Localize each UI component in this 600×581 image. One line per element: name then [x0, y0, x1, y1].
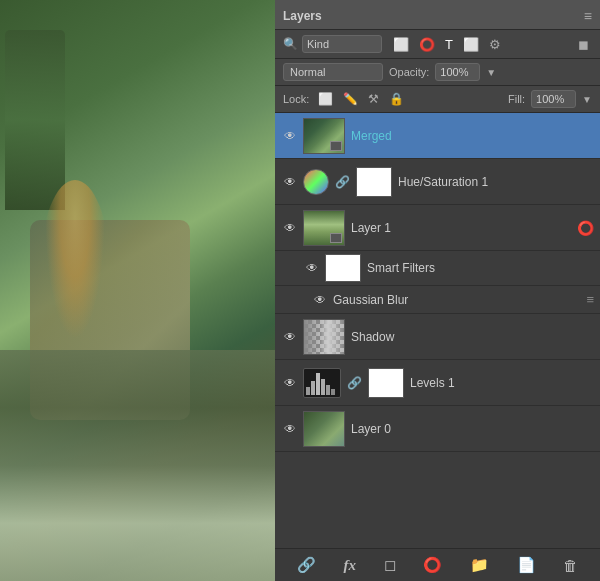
visibility-levels[interactable]: 👁: [281, 376, 299, 390]
smart-filters-label: Smart Filters: [367, 261, 594, 275]
lock-transparent-icon[interactable]: ⬜: [315, 91, 336, 107]
visibility-shadow[interactable]: 👁: [281, 330, 299, 344]
thumbnail-layer1: [303, 210, 345, 246]
opacity-label: Opacity:: [389, 66, 429, 78]
levels-adj-icon: [303, 368, 341, 398]
layer-item-levels[interactable]: 👁 🔗 Levels 1: [275, 360, 600, 406]
panel-menu-icon[interactable]: ≡: [584, 8, 592, 24]
mask-hue-sat: [356, 167, 392, 197]
layer-name-levels: Levels 1: [410, 376, 594, 390]
link-icon-hue-sat: 🔗: [335, 175, 350, 189]
layer-item-shadow[interactable]: 👁 Shadow: [275, 314, 600, 360]
hue-sat-adj-icon: [303, 169, 329, 195]
visibility-layer1[interactable]: 👁: [281, 221, 299, 235]
new-layer-button[interactable]: 📄: [512, 554, 541, 576]
layer-item-layer1[interactable]: 👁 Layer 1 ⭕: [275, 205, 600, 251]
opacity-arrow-icon: ▼: [486, 67, 496, 78]
smart-object-icon: ⭕: [577, 220, 594, 236]
visibility-smart-filters[interactable]: 👁: [303, 261, 321, 275]
adjustment-button[interactable]: ⭕: [418, 554, 447, 576]
blend-bar: Normal Opacity: ▼: [275, 59, 600, 86]
visibility-hue-sat[interactable]: 👁: [281, 175, 299, 189]
layer-name-hue-sat: Hue/Saturation 1: [398, 175, 594, 189]
search-icon: 🔍: [283, 37, 298, 51]
opacity-input[interactable]: [435, 63, 480, 81]
filter-pixel-icon[interactable]: ⬜: [390, 36, 412, 53]
layer-name-shadow: Shadow: [351, 330, 594, 344]
layer-name-layer0: Layer 0: [351, 422, 594, 436]
lock-image-icon[interactable]: ✏️: [340, 91, 361, 107]
filter-toggle-icon[interactable]: ◼: [575, 36, 592, 53]
kind-filter-select[interactable]: Kind: [302, 35, 382, 53]
filter-adjust-icon[interactable]: ⭕: [416, 36, 438, 53]
gaussian-blur-label: Gaussian Blur: [333, 293, 586, 307]
add-mask-button[interactable]: ◻: [379, 554, 401, 576]
panel-footer: 🔗 fx ◻ ⭕ 📁 📄 🗑: [275, 548, 600, 581]
smart-filter-thumb: [325, 254, 361, 282]
lock-all-icon[interactable]: 🔒: [386, 91, 407, 107]
fill-arrow-icon: ▼: [582, 94, 592, 105]
layer-item-layer0[interactable]: 👁 Layer 0: [275, 406, 600, 452]
gaussian-blur-options-icon[interactable]: ≡: [586, 292, 594, 307]
layer-item-hue-sat[interactable]: 👁 🔗 Hue/Saturation 1: [275, 159, 600, 205]
delete-layer-button[interactable]: 🗑: [558, 555, 583, 576]
lock-label: Lock:: [283, 93, 309, 105]
filter-bar: 🔍 Kind ⬜ ⭕ T ⬜ ⚙ ◼: [275, 30, 600, 59]
new-group-button[interactable]: 📁: [465, 554, 494, 576]
link-icon-levels: 🔗: [347, 376, 362, 390]
filter-type-icon[interactable]: T: [442, 36, 456, 53]
mask-levels: [368, 368, 404, 398]
layers-list: 👁 Merged 👁 🔗 Hue/Saturation 1 👁: [275, 113, 600, 548]
filter-icons: ⬜ ⭕ T ⬜ ⚙: [390, 36, 504, 53]
lock-bar: Lock: ⬜ ✏️ ⚒ 🔒 Fill: ▼: [275, 86, 600, 113]
fill-input[interactable]: [531, 90, 576, 108]
layers-panel: Layers ≡ 🔍 Kind ⬜ ⭕ T ⬜ ⚙ ◼ Normal Opaci…: [275, 0, 600, 581]
panel-title: Layers: [283, 9, 322, 23]
panel-header: Layers ≡: [275, 0, 600, 30]
lock-icons: ⬜ ✏️ ⚒ 🔒: [315, 91, 407, 107]
visibility-layer0[interactable]: 👁: [281, 422, 299, 436]
thumbnail-layer0: [303, 411, 345, 447]
blend-mode-select[interactable]: Normal: [283, 63, 383, 81]
filter-shape-icon[interactable]: ⬜: [460, 36, 482, 53]
thumbnail-shadow: [303, 319, 345, 355]
gaussian-blur-item[interactable]: 👁 Gaussian Blur ≡: [275, 286, 600, 314]
filter-smart-icon[interactable]: ⚙: [486, 36, 504, 53]
background-photo: [0, 0, 275, 581]
layer-effects-button[interactable]: fx: [338, 555, 361, 576]
thumbnail-merged: [303, 118, 345, 154]
visibility-merged[interactable]: 👁: [281, 129, 299, 143]
layer-name-layer1: Layer 1: [351, 221, 577, 235]
layer-name-merged: Merged: [351, 129, 594, 143]
link-layers-button[interactable]: 🔗: [292, 554, 321, 576]
lock-position-icon[interactable]: ⚒: [365, 91, 382, 107]
fill-label: Fill:: [508, 93, 525, 105]
layer-item-merged[interactable]: 👁 Merged: [275, 113, 600, 159]
visibility-gaussian[interactable]: 👁: [311, 293, 329, 307]
smart-filters-header[interactable]: 👁 Smart Filters: [275, 251, 600, 286]
